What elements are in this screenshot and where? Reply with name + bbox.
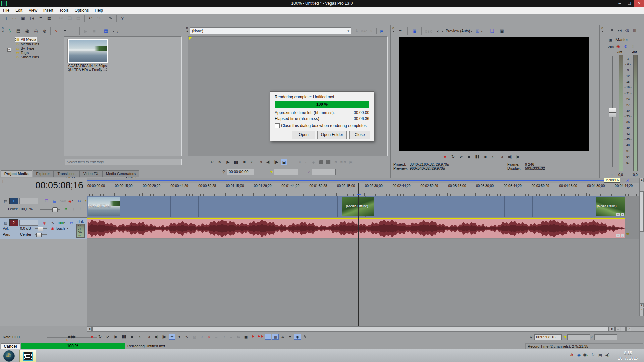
timeline-hscrollbar[interactable]: ◀ ▶ ＋ − ⤢ [87, 326, 644, 332]
plugin-select-dropdown[interactable]: (None) ▾ [190, 27, 351, 34]
copy-frame-icon[interactable]: ❏ [488, 27, 496, 35]
slide-button[interactable]: ⇆ [235, 334, 242, 340]
tray-icon-update[interactable]: ✲ [569, 353, 575, 357]
track-fx-icon[interactable]: o∎o [57, 220, 64, 226]
add-across-time-button[interactable]: → [288, 159, 295, 165]
mute-icon[interactable]: ⊘ [76, 198, 83, 205]
go-to-start-button[interactable]: ⇤ [137, 334, 144, 340]
extract-audio-icon[interactable]: ◎ [32, 27, 40, 35]
open-folder-button[interactable]: Open Folder [317, 131, 347, 139]
menu-help[interactable]: Help [92, 7, 106, 13]
pen-button[interactable]: ✎ [302, 334, 308, 340]
automation-mode[interactable]: Touch [55, 226, 65, 230]
envelope-tool-button[interactable]: ∿ [183, 334, 190, 340]
start-preview-icon[interactable]: ▶ [82, 27, 90, 35]
selection-tool-button[interactable]: ▧ [191, 334, 198, 340]
ripple-dropdown-button[interactable]: ▾ [287, 334, 293, 340]
cursor-head[interactable] [357, 194, 361, 195]
close-dialog-button[interactable]: Close [349, 131, 370, 139]
vol-slider[interactable] [35, 228, 47, 229]
go-to-end-button[interactable]: ⇥ [257, 159, 264, 166]
loop-button[interactable]: ↻ [449, 154, 457, 160]
edit-details-icon[interactable]: ▦ [45, 14, 53, 22]
dock-grip[interactable]: ✕◂ [1, 27, 5, 32]
event-gain-handle[interactable]: ⊕ [626, 232, 629, 236]
next-frame-button[interactable]: |▶ [514, 154, 521, 160]
play-from-start-button[interactable]: ⊳ [216, 159, 224, 166]
bypass-motion-blur-icon[interactable]: ❒ [43, 198, 50, 205]
import-media-icon[interactable]: ▤ [14, 27, 22, 35]
dock-grip[interactable]: ✕◂ [600, 27, 604, 32]
solo-icon[interactable]: ! [630, 43, 636, 50]
tab-video-fx[interactable]: Video FX [79, 170, 102, 177]
stop-button[interactable]: ■ [128, 334, 136, 340]
edit-tool-button[interactable]: ✛ [169, 334, 175, 340]
minimize-track-icon[interactable]: ▤ [2, 198, 9, 205]
downmix-output-icon[interactable]: ▸◂ [616, 27, 623, 34]
trim-start-button[interactable]: → [213, 334, 220, 340]
tab-transitions[interactable]: Transitions [54, 170, 79, 177]
mark-in-button[interactable]: ⬛ [318, 159, 324, 165]
overwrite-mode-button[interactable]: ⬓ [281, 159, 287, 165]
prev-frame-button[interactable]: ◀| [153, 334, 160, 340]
stop-button[interactable]: ■ [482, 154, 489, 160]
undo-icon[interactable]: ↶ [86, 14, 94, 22]
menu-edit[interactable]: Edit [12, 7, 25, 13]
tab-project-media[interactable]: Project Media [1, 170, 32, 177]
dock-grip[interactable]: ✕◂ [391, 27, 395, 32]
go-to-end-button[interactable]: ⇥ [145, 334, 152, 340]
render-as-icon[interactable]: ◳ [28, 14, 36, 22]
tray-icon-usb[interactable]: ⬢✓ [583, 353, 589, 357]
go-to-end-button[interactable]: ⇥ [498, 154, 505, 160]
transfer-button[interactable]: ◈ [310, 159, 317, 165]
start-button[interactable] [3, 350, 15, 362]
mark-out-button[interactable]: ⬛ [325, 159, 332, 165]
fit-to-fill-button[interactable]: ↔ [303, 159, 310, 165]
tab-media-generators[interactable]: Media Generators [102, 170, 139, 177]
compositing-mode-icon[interactable]: ⧉ [63, 206, 69, 213]
project-properties-icon[interactable]: ≡ [37, 14, 45, 22]
dock-grip[interactable]: ✕◂ [185, 27, 189, 32]
name-preset-icon[interactable]: A [353, 28, 360, 35]
pan-slider[interactable] [35, 234, 47, 235]
remove-plugin-icon[interactable]: × [368, 28, 375, 35]
project-video-properties-icon[interactable]: ≡ [396, 27, 405, 35]
capture-video-icon[interactable]: ◉ [23, 27, 31, 35]
master-meter-right[interactable] [633, 55, 638, 171]
stop-button[interactable]: ■ [240, 159, 248, 166]
flag-button[interactable]: ⚑ [332, 159, 339, 165]
taskbar-clock[interactable]: 8:55 26. 7. 2015 [614, 350, 641, 361]
video-track-number[interactable]: 1 [9, 198, 18, 204]
track-fx-icon[interactable]: o∎o [59, 198, 66, 205]
save-frame-icon[interactable]: ▣ [498, 27, 506, 35]
maximize-button[interactable]: ❐ [625, 0, 634, 7]
next-frame-button[interactable]: |▶ [273, 159, 280, 166]
master-fader-handle[interactable] [609, 108, 616, 117]
grid-overlay-icon[interactable]: ⊞ [474, 27, 482, 35]
cut-icon[interactable]: ✂ [57, 14, 65, 22]
media-properties-icon[interactable]: ≡ [61, 27, 69, 35]
trim-end-button[interactable]: ⇥ [220, 334, 227, 340]
marker-button[interactable]: ⚑ [250, 334, 257, 340]
selection-length-field[interactable] [312, 169, 336, 175]
get-media-from-web-icon[interactable]: ⊕ [41, 27, 49, 35]
remove-from-project-icon[interactable]: × [52, 27, 60, 35]
loop-button[interactable]: ↻ [208, 159, 216, 166]
tree-item-tags[interactable]: 🗀Tags [15, 51, 29, 55]
event-fx-button[interactable]: ϟ [621, 213, 624, 216]
master-meter-left[interactable] [619, 55, 623, 171]
play-from-start-button[interactable]: ⊳ [104, 334, 112, 340]
tags-input[interactable]: Select files to edit tags [65, 159, 182, 165]
menu-file[interactable]: File [0, 7, 12, 13]
trimmer-timecode[interactable]: 00:00:00;00 [227, 169, 254, 175]
record-arm-icon[interactable]: ◎ [41, 220, 48, 226]
tray-icon-network[interactable]: ▤ [597, 353, 603, 357]
timeline-ruler[interactable]: 00:00:00;0000:00:15;0000:00:29;2900:00:4… [87, 183, 639, 196]
minimize-track-icon[interactable]: ▤ [2, 220, 9, 226]
close-button[interactable]: ✕ [634, 0, 644, 7]
whats-this-help-icon[interactable]: ? [118, 14, 126, 22]
next-frame-button[interactable]: |▶ [161, 334, 168, 340]
record-button[interactable]: ● [441, 154, 449, 160]
timeline-timecode-display[interactable]: 00:05:08;16 [0, 180, 83, 191]
tray-icon-antivirus[interactable]: ◉ [576, 353, 582, 357]
